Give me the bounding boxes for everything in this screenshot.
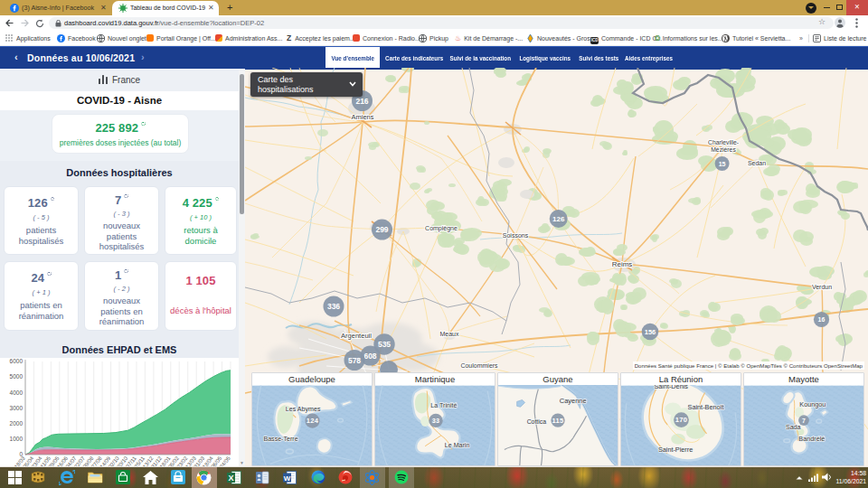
svg-text:2000: 2000 (10, 420, 24, 427)
svg-text:7: 7 (802, 418, 806, 424)
svg-text:Compiègne: Compiègne (425, 225, 458, 232)
svg-text:608: 608 (363, 352, 376, 361)
svg-text:Argenteuil: Argenteuil (341, 332, 372, 340)
svg-text:216: 216 (355, 97, 368, 106)
svg-text:124: 124 (307, 417, 319, 425)
svg-text:4000: 4000 (10, 389, 24, 396)
svg-text:126: 126 (552, 215, 565, 223)
svg-text:Basse-Terre: Basse-Terre (263, 436, 297, 443)
svg-text:1000: 1000 (10, 436, 24, 442)
svg-text:W: W (284, 474, 291, 483)
svg-text:Soissons: Soissons (503, 232, 529, 239)
svg-text:Bandrélé: Bandrélé (798, 435, 825, 443)
svg-text:Sada: Sada (786, 424, 801, 431)
svg-text:La Trinité: La Trinité (430, 402, 457, 409)
svg-text:Sedan: Sedan (748, 160, 766, 166)
svg-text:6000: 6000 (10, 358, 24, 364)
svg-text:33: 33 (432, 417, 440, 425)
svg-text:Cottica: Cottica (527, 418, 547, 425)
svg-text:X: X (228, 474, 233, 483)
svg-text:Verdun: Verdun (812, 284, 832, 290)
svg-text:5000: 5000 (10, 373, 24, 380)
svg-text:3000: 3000 (10, 405, 24, 411)
svg-text:Les Abymes: Les Abymes (286, 406, 321, 413)
svg-text:Koungou: Koungou (799, 400, 826, 408)
svg-text:16: 16 (818, 316, 826, 323)
svg-text:Coulommiers: Coulommiers (460, 362, 498, 369)
svg-text:Cayenne: Cayenne (560, 397, 587, 405)
svg-text:156: 156 (645, 328, 656, 336)
svg-text:Saint-Benoît: Saint-Benoît (688, 403, 724, 411)
svg-text:15: 15 (719, 161, 726, 167)
svg-text:Amiens: Amiens (351, 113, 373, 121)
svg-text:Meaux: Meaux (439, 331, 459, 337)
svg-text:Charleville-: Charleville- (708, 139, 739, 145)
svg-text:336: 336 (327, 302, 340, 311)
svg-text:115: 115 (552, 417, 564, 425)
svg-text:170: 170 (675, 416, 688, 424)
svg-text:Saint-Pierre: Saint-Pierre (658, 446, 693, 454)
svg-text:299: 299 (375, 225, 388, 234)
svg-text:Mézières: Mézières (711, 146, 736, 153)
svg-text:Le Marin: Le Marin (445, 442, 470, 449)
svg-text:578: 578 (348, 356, 361, 365)
svg-text:535: 535 (378, 340, 391, 349)
svg-text:Saint-Denis: Saint-Denis (654, 385, 688, 390)
svg-text:Reims: Reims (612, 260, 633, 268)
